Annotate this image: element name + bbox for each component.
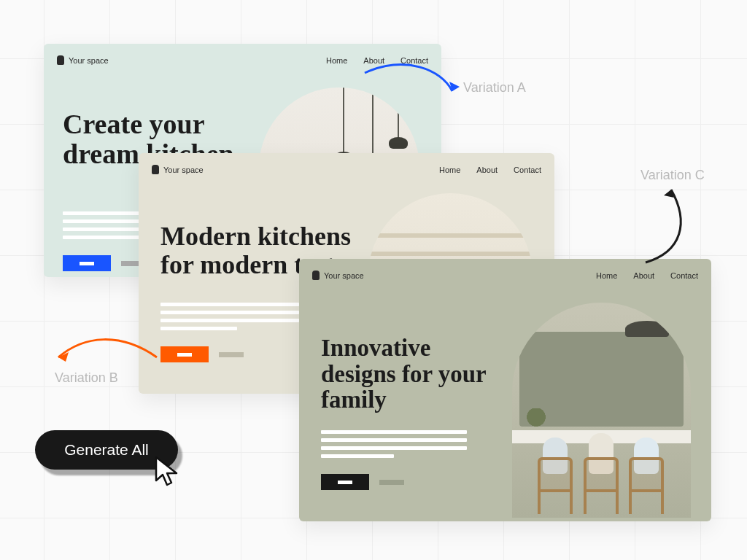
nav-home[interactable]: Home [596,271,617,280]
nav-about[interactable]: About [476,166,498,174]
variation-card-c: Your space Home About Contact Innovative… [299,259,711,521]
body-placeholder [160,303,299,330]
brand: Your space [57,55,109,65]
logo-icon [152,165,159,174]
logo-icon [312,271,320,280]
variation-label-b: Variation B [55,370,118,386]
brand-name: Your space [163,166,204,174]
nav-home[interactable]: Home [439,166,460,174]
nav-home[interactable]: Home [326,56,347,65]
nav-contact[interactable]: Contact [670,271,698,280]
logo-icon [57,55,64,65]
nav-contact[interactable]: Contact [514,166,541,174]
primary-button-b[interactable] [160,346,209,362]
card-nav: Your space Home About Contact [152,165,541,174]
brand-name: Your space [324,271,364,280]
arrow-to-a [361,58,471,102]
body-placeholder [321,430,467,458]
headline-c: Innovative designs for your family [321,335,511,413]
primary-button-a[interactable] [63,255,111,271]
secondary-button-b[interactable] [219,352,244,357]
nav-about[interactable]: About [633,271,654,280]
brand: Your space [312,271,364,280]
cursor-icon [153,456,182,488]
arrow-to-b [47,328,164,372]
variation-label-a: Variation A [463,80,526,96]
card-nav: Your space Home About Contact [312,271,698,280]
generate-all-label: Generate All [64,441,149,459]
brand: Your space [152,165,204,174]
hero-image-c [512,303,691,518]
variation-label-c: Variation C [640,168,705,183]
primary-button-c[interactable] [321,474,369,490]
arrow-to-c [642,182,708,270]
brand-name: Your space [69,56,109,65]
secondary-button-c[interactable] [379,480,404,485]
